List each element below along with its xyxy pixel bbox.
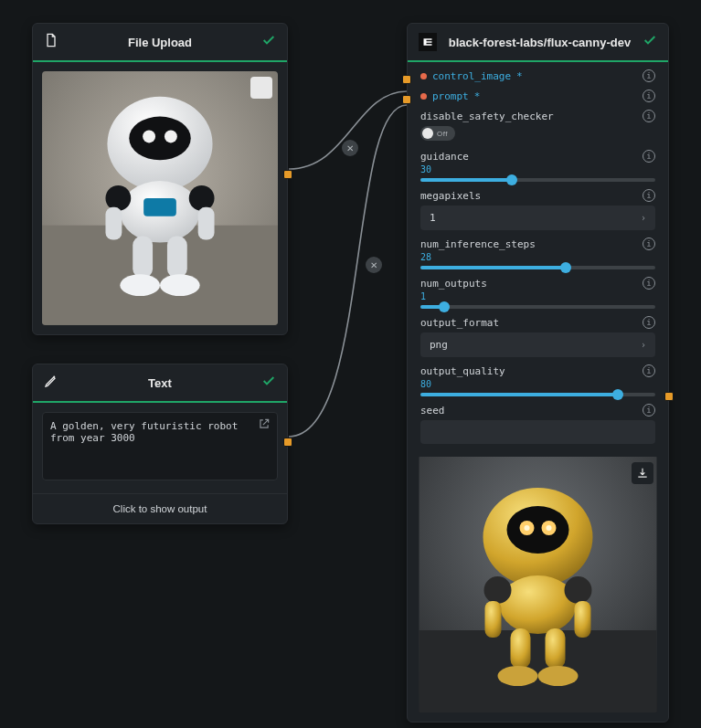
slider-guidance[interactable] (420, 178, 655, 182)
toggle-safety-checker[interactable]: Off (420, 126, 455, 141)
download-icon (255, 81, 268, 94)
node-text[interactable]: Text Click to show output (32, 364, 288, 524)
toggle-state: Off (437, 130, 448, 138)
svg-rect-26 (485, 601, 502, 638)
required-star: * (474, 90, 481, 102)
svg-point-3 (129, 117, 190, 161)
show-output-button[interactable]: Click to show output (33, 493, 287, 523)
svg-rect-29 (511, 628, 531, 669)
info-icon[interactable]: i (643, 69, 655, 82)
pencil-icon (44, 374, 58, 392)
file-icon (44, 33, 58, 51)
open-external-button[interactable] (258, 417, 271, 430)
slider-value: 1 (420, 291, 655, 301)
svg-point-19 (507, 506, 569, 554)
download-button[interactable] (250, 77, 272, 99)
check-icon (643, 33, 657, 51)
param-label: output_format (420, 317, 499, 329)
select-output-format[interactable]: png › (420, 332, 655, 357)
slider-steps[interactable] (420, 266, 655, 269)
required-dot-icon (420, 93, 427, 100)
node-header[interactable]: Text (33, 364, 287, 403)
param-label: prompt (432, 90, 469, 102)
param-label: megapixels (420, 190, 481, 202)
node-flux[interactable]: black-forest-labs/flux-canny-dev control… (407, 23, 669, 723)
svg-point-32 (538, 666, 579, 686)
param-megapixels: megapixels i 1 › (408, 185, 668, 234)
info-icon[interactable]: i (643, 404, 655, 417)
param-prompt: prompt * i (408, 86, 668, 106)
replicate-logo-icon (419, 33, 437, 51)
chevron-right-icon: › (641, 340, 646, 350)
download-button[interactable] (632, 462, 653, 484)
select-megapixels[interactable]: 1 › (420, 206, 655, 230)
slider-quality[interactable] (420, 393, 655, 396)
port-in-control-image[interactable] (402, 75, 411, 84)
port-in-prompt[interactable] (402, 95, 411, 104)
param-label: num_inference_steps (420, 238, 536, 250)
param-label: control_image (432, 70, 511, 82)
node-header[interactable]: black-forest-labs/flux-canny-dev (408, 24, 668, 62)
param-output-quality: output_quality i 80 (408, 361, 668, 400)
text-input[interactable] (42, 412, 278, 480)
svg-point-14 (120, 274, 160, 296)
check-icon (261, 33, 276, 51)
edge-file-to-flux (289, 91, 407, 169)
edge-delete-text[interactable]: ✕ (366, 257, 382, 273)
param-num-outputs: num_outputs i 1 (408, 273, 668, 312)
slider-value: 28 (420, 252, 655, 262)
external-icon (258, 417, 271, 430)
param-label: num_outputs (420, 278, 487, 290)
port-out-file[interactable] (283, 170, 292, 179)
info-icon[interactable]: i (643, 90, 655, 102)
toggle-knob (422, 128, 433, 139)
info-icon[interactable]: i (643, 277, 655, 290)
svg-point-21 (525, 525, 530, 531)
param-num-inference-steps: num_inference_steps i 28 (408, 234, 668, 273)
svg-point-23 (547, 525, 552, 531)
info-icon[interactable]: i (643, 237, 655, 250)
node-header[interactable]: File Upload (33, 24, 287, 62)
param-guidance: guidance i 30 (408, 146, 668, 185)
svg-rect-7 (143, 198, 176, 216)
info-icon[interactable]: i (643, 364, 655, 377)
svg-rect-17 (420, 630, 657, 712)
info-icon[interactable]: i (643, 316, 655, 329)
svg-point-10 (189, 185, 215, 211)
svg-rect-11 (198, 207, 215, 240)
chevron-right-icon: › (641, 213, 646, 223)
svg-point-24 (500, 575, 577, 634)
info-icon[interactable]: i (643, 189, 655, 202)
param-control-image: control_image * i (408, 66, 668, 86)
info-icon[interactable]: i (643, 150, 655, 163)
robot-image-white (42, 71, 278, 325)
slider-outputs[interactable] (420, 305, 655, 309)
node-title: Text (58, 376, 261, 390)
required-star: * (516, 70, 523, 82)
svg-rect-28 (575, 601, 591, 638)
svg-rect-13 (167, 237, 187, 279)
svg-rect-30 (546, 628, 566, 669)
close-icon: ✕ (370, 260, 377, 270)
port-out-text[interactable] (283, 438, 292, 447)
param-label: disable_safety_checker (420, 111, 554, 122)
slider-value: 30 (420, 164, 655, 174)
select-value: png (430, 339, 448, 351)
uploaded-image[interactable] (42, 71, 278, 325)
check-icon (261, 374, 276, 392)
node-title: black-forest-labs/flux-canny-dev (437, 36, 643, 49)
svg-point-4 (143, 130, 155, 142)
svg-rect-9 (105, 207, 122, 240)
select-value: 1 (430, 212, 436, 224)
svg-point-8 (105, 185, 131, 211)
node-file-upload[interactable]: File Upload (32, 23, 288, 335)
seed-input[interactable] (420, 420, 655, 444)
edge-delete-file[interactable]: ✕ (342, 140, 358, 156)
robot-image-gold (417, 457, 659, 712)
info-icon[interactable]: i (643, 110, 655, 122)
svg-point-25 (484, 576, 512, 604)
svg-point-15 (160, 274, 200, 296)
output-image[interactable] (417, 457, 659, 712)
svg-point-31 (498, 666, 538, 686)
param-seed: seed i (408, 400, 668, 448)
